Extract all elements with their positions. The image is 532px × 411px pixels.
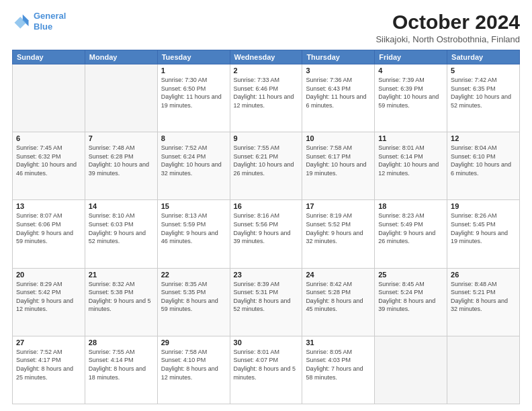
week-row-3: 13Sunrise: 8:07 AM Sunset: 6:06 PM Dayli… bbox=[13, 200, 520, 268]
day-detail: Sunrise: 8:16 AM Sunset: 5:56 PM Dayligh… bbox=[234, 212, 299, 245]
week-row-5: 27Sunrise: 7:52 AM Sunset: 4:17 PM Dayli… bbox=[13, 336, 520, 404]
week-row-2: 6Sunrise: 7:45 AM Sunset: 6:32 PM Daylig… bbox=[13, 132, 520, 200]
day-number: 25 bbox=[378, 271, 443, 279]
header: General Blue October 2024 Siikajoki, Nor… bbox=[12, 11, 520, 44]
table-row bbox=[85, 64, 157, 132]
day-detail: Sunrise: 8:39 AM Sunset: 5:31 PM Dayligh… bbox=[234, 280, 299, 314]
day-detail: Sunrise: 8:05 AM Sunset: 4:03 PM Dayligh… bbox=[306, 348, 371, 381]
table-row: 11Sunrise: 8:01 AM Sunset: 6:14 PM Dayli… bbox=[375, 132, 447, 200]
table-row: 4Sunrise: 7:39 AM Sunset: 6:39 PM Daylig… bbox=[375, 64, 447, 132]
col-sunday: Sunday bbox=[13, 50, 85, 64]
day-detail: Sunrise: 8:04 AM Sunset: 6:10 PM Dayligh… bbox=[451, 144, 516, 177]
calendar-header-row: Sunday Monday Tuesday Wednesday Thursday… bbox=[13, 50, 520, 64]
table-row: 8Sunrise: 7:52 AM Sunset: 6:24 PM Daylig… bbox=[157, 132, 230, 200]
subtitle: Siikajoki, North Ostrobothnia, Finland bbox=[375, 34, 520, 44]
day-number: 21 bbox=[89, 271, 154, 279]
day-number: 15 bbox=[161, 202, 226, 210]
table-row: 28Sunrise: 7:55 AM Sunset: 4:14 PM Dayli… bbox=[85, 336, 157, 404]
table-row: 31Sunrise: 8:05 AM Sunset: 4:03 PM Dayli… bbox=[302, 336, 375, 404]
week-row-1: 1Sunrise: 7:30 AM Sunset: 6:50 PM Daylig… bbox=[13, 64, 520, 132]
col-saturday: Saturday bbox=[447, 50, 520, 64]
day-detail: Sunrise: 8:32 AM Sunset: 5:38 PM Dayligh… bbox=[89, 280, 154, 314]
day-number: 19 bbox=[451, 202, 516, 210]
table-row: 6Sunrise: 7:45 AM Sunset: 6:32 PM Daylig… bbox=[13, 132, 85, 200]
day-number: 9 bbox=[234, 134, 299, 142]
day-detail: Sunrise: 7:48 AM Sunset: 6:28 PM Dayligh… bbox=[89, 144, 154, 177]
table-row: 24Sunrise: 8:42 AM Sunset: 5:28 PM Dayli… bbox=[302, 268, 375, 336]
col-wednesday: Wednesday bbox=[230, 50, 302, 64]
day-number: 26 bbox=[451, 271, 516, 279]
day-number: 12 bbox=[451, 134, 516, 142]
day-detail: Sunrise: 7:42 AM Sunset: 6:35 PM Dayligh… bbox=[451, 76, 516, 109]
col-tuesday: Tuesday bbox=[157, 50, 230, 64]
table-row: 14Sunrise: 8:10 AM Sunset: 6:03 PM Dayli… bbox=[85, 200, 157, 268]
day-number: 14 bbox=[89, 202, 154, 210]
main-title: October 2024 bbox=[375, 11, 520, 33]
day-number: 17 bbox=[306, 202, 371, 210]
table-row: 21Sunrise: 8:32 AM Sunset: 5:38 PM Dayli… bbox=[85, 268, 157, 336]
table-row: 19Sunrise: 8:26 AM Sunset: 5:45 PM Dayli… bbox=[447, 200, 520, 268]
day-detail: Sunrise: 7:30 AM Sunset: 6:50 PM Dayligh… bbox=[161, 76, 226, 109]
table-row: 25Sunrise: 8:45 AM Sunset: 5:24 PM Dayli… bbox=[375, 268, 447, 336]
table-row: 2Sunrise: 7:33 AM Sunset: 6:46 PM Daylig… bbox=[230, 64, 302, 132]
day-number: 3 bbox=[306, 66, 371, 75]
day-number: 27 bbox=[16, 338, 81, 347]
day-detail: Sunrise: 7:55 AM Sunset: 6:21 PM Dayligh… bbox=[234, 144, 299, 177]
day-number: 5 bbox=[451, 66, 516, 75]
day-detail: Sunrise: 7:33 AM Sunset: 6:46 PM Dayligh… bbox=[234, 76, 299, 109]
table-row: 27Sunrise: 7:52 AM Sunset: 4:17 PM Dayli… bbox=[13, 336, 85, 404]
calendar-table: Sunday Monday Tuesday Wednesday Thursday… bbox=[12, 50, 520, 404]
day-detail: Sunrise: 8:10 AM Sunset: 6:03 PM Dayligh… bbox=[89, 212, 154, 245]
day-detail: Sunrise: 7:39 AM Sunset: 6:39 PM Dayligh… bbox=[378, 76, 443, 109]
table-row: 7Sunrise: 7:48 AM Sunset: 6:28 PM Daylig… bbox=[85, 132, 157, 200]
table-row: 17Sunrise: 8:19 AM Sunset: 5:52 PM Dayli… bbox=[302, 200, 375, 268]
page: General Blue October 2024 Siikajoki, Nor… bbox=[0, 0, 532, 411]
col-monday: Monday bbox=[85, 50, 157, 64]
day-number: 10 bbox=[306, 134, 371, 142]
day-number: 8 bbox=[161, 134, 226, 142]
table-row: 29Sunrise: 7:58 AM Sunset: 4:10 PM Dayli… bbox=[157, 336, 230, 404]
day-number: 13 bbox=[16, 202, 81, 210]
day-detail: Sunrise: 8:01 AM Sunset: 6:14 PM Dayligh… bbox=[378, 144, 443, 177]
logo-line1: General bbox=[34, 11, 66, 21]
day-number: 18 bbox=[378, 202, 443, 210]
day-detail: Sunrise: 8:23 AM Sunset: 5:49 PM Dayligh… bbox=[378, 212, 443, 245]
day-number: 20 bbox=[16, 271, 81, 279]
table-row: 5Sunrise: 7:42 AM Sunset: 6:35 PM Daylig… bbox=[447, 64, 520, 132]
day-detail: Sunrise: 8:13 AM Sunset: 5:59 PM Dayligh… bbox=[161, 212, 226, 245]
table-row: 30Sunrise: 8:01 AM Sunset: 4:07 PM Dayli… bbox=[230, 336, 302, 404]
table-row: 16Sunrise: 8:16 AM Sunset: 5:56 PM Dayli… bbox=[230, 200, 302, 268]
day-number: 24 bbox=[306, 271, 371, 279]
day-detail: Sunrise: 8:01 AM Sunset: 4:07 PM Dayligh… bbox=[234, 348, 299, 381]
day-number: 4 bbox=[378, 66, 443, 75]
day-detail: Sunrise: 7:55 AM Sunset: 4:14 PM Dayligh… bbox=[89, 348, 154, 381]
day-detail: Sunrise: 8:42 AM Sunset: 5:28 PM Dayligh… bbox=[306, 280, 371, 314]
table-row: 26Sunrise: 8:48 AM Sunset: 5:21 PM Dayli… bbox=[447, 268, 520, 336]
table-row: 20Sunrise: 8:29 AM Sunset: 5:42 PM Dayli… bbox=[13, 268, 85, 336]
day-number: 6 bbox=[16, 134, 81, 142]
day-number: 1 bbox=[161, 66, 226, 75]
day-detail: Sunrise: 8:26 AM Sunset: 5:45 PM Dayligh… bbox=[451, 212, 516, 245]
day-number: 23 bbox=[234, 271, 299, 279]
day-detail: Sunrise: 8:45 AM Sunset: 5:24 PM Dayligh… bbox=[378, 280, 443, 314]
day-detail: Sunrise: 8:29 AM Sunset: 5:42 PM Dayligh… bbox=[16, 280, 81, 314]
day-detail: Sunrise: 7:58 AM Sunset: 4:10 PM Dayligh… bbox=[161, 348, 226, 381]
table-row: 12Sunrise: 8:04 AM Sunset: 6:10 PM Dayli… bbox=[447, 132, 520, 200]
day-detail: Sunrise: 7:45 AM Sunset: 6:32 PM Dayligh… bbox=[16, 144, 81, 177]
day-number: 16 bbox=[234, 202, 299, 210]
table-row: 3Sunrise: 7:36 AM Sunset: 6:43 PM Daylig… bbox=[302, 64, 375, 132]
table-row: 1Sunrise: 7:30 AM Sunset: 6:50 PM Daylig… bbox=[157, 64, 230, 132]
table-row: 23Sunrise: 8:39 AM Sunset: 5:31 PM Dayli… bbox=[230, 268, 302, 336]
day-detail: Sunrise: 8:48 AM Sunset: 5:21 PM Dayligh… bbox=[451, 280, 516, 314]
title-block: October 2024 Siikajoki, North Ostrobothn… bbox=[375, 11, 520, 44]
day-detail: Sunrise: 7:52 AM Sunset: 6:24 PM Dayligh… bbox=[161, 144, 226, 177]
day-detail: Sunrise: 7:52 AM Sunset: 4:17 PM Dayligh… bbox=[16, 348, 81, 381]
day-number: 31 bbox=[306, 338, 371, 347]
day-detail: Sunrise: 8:19 AM Sunset: 5:52 PM Dayligh… bbox=[306, 212, 371, 245]
table-row: 15Sunrise: 8:13 AM Sunset: 5:59 PM Dayli… bbox=[157, 200, 230, 268]
day-detail: Sunrise: 8:35 AM Sunset: 5:35 PM Dayligh… bbox=[161, 280, 226, 314]
table-row: 22Sunrise: 8:35 AM Sunset: 5:35 PM Dayli… bbox=[157, 268, 230, 336]
table-row: 9Sunrise: 7:55 AM Sunset: 6:21 PM Daylig… bbox=[230, 132, 302, 200]
col-thursday: Thursday bbox=[302, 50, 375, 64]
logo-text: General Blue bbox=[34, 11, 66, 32]
